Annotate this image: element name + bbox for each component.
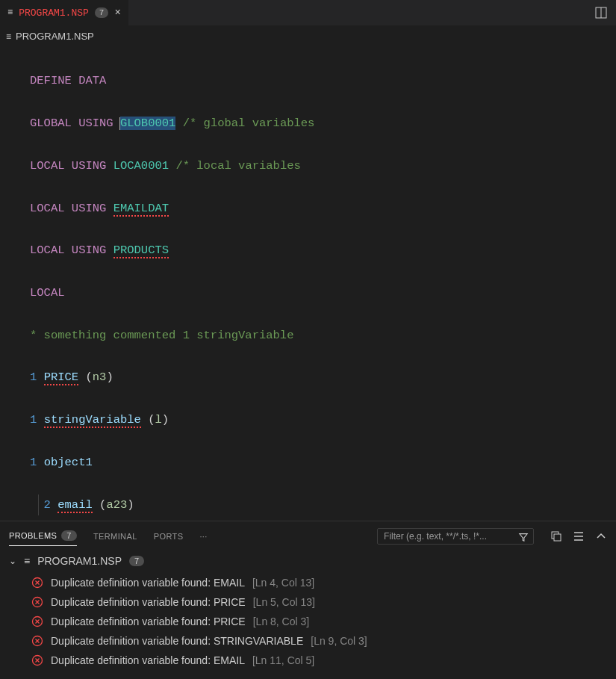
file-icon: ≡: [24, 555, 30, 567]
tab-bar: ≡ PROGRAM1.NSP 7 ×: [0, 0, 616, 26]
comment: /* global variables: [183, 117, 315, 130]
filter-icon[interactable]: [518, 532, 529, 542]
chevron-up-icon[interactable]: [595, 530, 607, 542]
problem-item[interactable]: Duplicate definition variable found: EMA…: [9, 651, 607, 670]
identifier-loca0001: LOCA0001: [113, 159, 169, 173]
problems-list: ⌄ ≡ PROGRAM1.NSP 7 Duplicate definition …: [0, 546, 616, 679]
var-price: PRICE: [44, 370, 79, 385]
error-icon: [31, 596, 43, 608]
tab-problems[interactable]: PROBLEMS 7: [9, 526, 77, 546]
level-number: 1: [30, 456, 37, 469]
problems-file-name: PROGRAM1.NSP: [37, 555, 122, 567]
filter-placeholder: Filter (e.g. text, **/*.ts, !*...: [384, 531, 487, 542]
keyword-using: USING: [72, 244, 107, 257]
keyword-data: DATA: [78, 74, 106, 87]
problem-item[interactable]: Duplicate definition variable found: STR…: [9, 631, 607, 651]
problem-message: Duplicate definition variable found: EMA…: [51, 577, 245, 589]
keyword-using: USING: [78, 117, 113, 130]
comment-line: * something commented 1 stringVariable: [30, 329, 293, 342]
problems-file-row[interactable]: ⌄ ≡ PROGRAM1.NSP 7: [9, 552, 607, 573]
comment: /* local variables: [175, 159, 300, 173]
file-icon: ≡: [7, 7, 13, 18]
keyword-local: LOCAL: [30, 244, 65, 257]
split-editor-icon[interactable]: [586, 7, 616, 19]
identifier-glob0001: GLOB0001: [120, 117, 175, 130]
identifier-emaildat: EMAILDAT: [113, 202, 169, 217]
problem-item[interactable]: Duplicate definition variable found: PRI…: [9, 592, 607, 612]
keyword-using: USING: [72, 159, 107, 173]
tab-title: PROGRAM1.NSP: [19, 7, 89, 19]
level-number: 1: [30, 370, 37, 384]
view-as-tree-icon[interactable]: [573, 530, 585, 542]
problem-message: Duplicate definition variable found: PRI…: [51, 596, 246, 608]
tab-problem-count: 7: [95, 7, 109, 18]
file-icon: ≡: [6, 31, 11, 42]
level-number: 2: [44, 498, 51, 512]
problem-item[interactable]: Duplicate definition variable found: PRI…: [9, 612, 607, 631]
problem-location: [Ln 4, Col 13]: [252, 577, 314, 589]
problem-message: Duplicate definition variable found: EMA…: [51, 654, 245, 666]
filter-input[interactable]: Filter (e.g. text, **/*.ts, !*...: [377, 528, 534, 545]
keyword-local: LOCAL: [30, 202, 65, 215]
error-icon: [31, 635, 43, 647]
error-icon: [31, 654, 43, 666]
identifier-products: PRODUCTS: [113, 244, 169, 258]
panel-tab-bar: PROBLEMS 7 TERMINAL PORTS ··· Filter (e.…: [0, 521, 616, 546]
tab-ports[interactable]: PORTS: [154, 527, 184, 545]
editor[interactable]: DEFINE DATA GLOBAL USING GLOB0001 /* glo…: [0, 46, 616, 521]
var-object1: object1: [44, 456, 93, 469]
keyword-local: LOCAL: [30, 159, 65, 173]
breadcrumb-file: PROGRAM1.NSP: [16, 31, 94, 42]
keyword-global: GLOBAL: [30, 117, 72, 130]
close-icon[interactable]: ×: [114, 7, 120, 19]
problem-item[interactable]: Duplicate definition variable found: EMA…: [9, 573, 607, 592]
keyword-define: DEFINE: [30, 74, 72, 87]
error-icon: [31, 616, 43, 627]
tab-program1[interactable]: ≡ PROGRAM1.NSP 7 ×: [0, 0, 128, 25]
text-cursor: [119, 117, 120, 130]
level-number: 1: [30, 413, 37, 427]
panel: PROBLEMS 7 TERMINAL PORTS ··· Filter (e.…: [0, 521, 616, 679]
keyword-local: LOCAL: [30, 286, 65, 300]
var-stringvariable: stringVariable: [44, 413, 141, 428]
problem-message: Duplicate definition variable found: PRI…: [51, 616, 246, 627]
file-problem-count: 7: [129, 556, 144, 566]
problem-location: [Ln 5, Col 13]: [253, 596, 315, 608]
tab-more[interactable]: ···: [199, 527, 207, 545]
chevron-down-icon[interactable]: ⌄: [9, 556, 16, 566]
problem-location: [Ln 9, Col 3]: [311, 635, 367, 647]
error-icon: [31, 577, 43, 589]
keyword-using: USING: [72, 202, 107, 215]
svg-rect-3: [554, 534, 561, 541]
problems-count-badge: 7: [61, 530, 77, 541]
tab-terminal[interactable]: TERMINAL: [93, 527, 137, 545]
collapse-all-icon[interactable]: [550, 530, 562, 542]
breadcrumb[interactable]: ≡ PROGRAM1.NSP: [0, 26, 616, 46]
problem-message: Duplicate definition variable found: STR…: [51, 635, 303, 647]
problem-location: [Ln 8, Col 3]: [253, 616, 310, 627]
var-email: email: [57, 498, 93, 513]
problem-location: [Ln 11, Col 5]: [252, 654, 314, 666]
